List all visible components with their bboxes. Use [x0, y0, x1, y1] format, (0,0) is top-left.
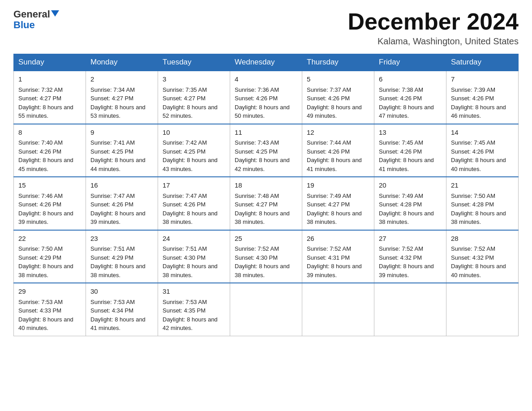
- day-info: Sunrise: 7:53 AMSunset: 4:35 PMDaylight:…: [163, 299, 218, 332]
- day-of-week-header: Monday: [86, 54, 158, 71]
- day-number: 10: [163, 128, 225, 138]
- calendar-week-row: 15 Sunrise: 7:46 AMSunset: 4:26 PMDaylig…: [14, 177, 519, 230]
- day-of-week-header: Friday: [374, 54, 446, 71]
- calendar-header-row: SundayMondayTuesdayWednesdayThursdayFrid…: [14, 54, 519, 71]
- day-number: 19: [307, 180, 369, 191]
- day-info: Sunrise: 7:50 AMSunset: 4:29 PMDaylight:…: [18, 245, 73, 278]
- calendar-cell: 5 Sunrise: 7:37 AMSunset: 4:26 PMDayligh…: [302, 71, 374, 124]
- day-info: Sunrise: 7:51 AMSunset: 4:29 PMDaylight:…: [90, 245, 146, 278]
- logo: General Blue: [13, 9, 59, 30]
- day-number: 16: [90, 180, 153, 191]
- day-info: Sunrise: 7:52 AMSunset: 4:32 PMDaylight:…: [379, 245, 434, 278]
- day-info: Sunrise: 7:36 AMSunset: 4:26 PMDaylight:…: [235, 86, 290, 120]
- day-info: Sunrise: 7:49 AMSunset: 4:28 PMDaylight:…: [379, 193, 434, 226]
- day-number: 1: [18, 74, 81, 85]
- day-of-week-header: Wednesday: [230, 54, 302, 71]
- day-info: Sunrise: 7:50 AMSunset: 4:28 PMDaylight:…: [451, 193, 506, 226]
- day-number: 23: [90, 234, 153, 244]
- calendar-cell: 26 Sunrise: 7:52 AMSunset: 4:31 PMDaylig…: [302, 230, 374, 283]
- calendar-cell: 27 Sunrise: 7:52 AMSunset: 4:32 PMDaylig…: [374, 230, 446, 283]
- day-info: Sunrise: 7:46 AMSunset: 4:26 PMDaylight:…: [18, 193, 73, 226]
- calendar-cell: 22 Sunrise: 7:50 AMSunset: 4:29 PMDaylig…: [14, 230, 86, 283]
- day-number: 11: [235, 128, 297, 138]
- calendar-cell: 28 Sunrise: 7:52 AMSunset: 4:32 PMDaylig…: [446, 230, 519, 283]
- day-info: Sunrise: 7:52 AMSunset: 4:31 PMDaylight:…: [307, 245, 362, 278]
- day-info: Sunrise: 7:45 AMSunset: 4:26 PMDaylight:…: [379, 139, 434, 172]
- calendar-cell: 4 Sunrise: 7:36 AMSunset: 4:26 PMDayligh…: [230, 71, 302, 124]
- calendar-cell: 10 Sunrise: 7:42 AMSunset: 4:25 PMDaylig…: [158, 124, 230, 177]
- day-of-week-header: Thursday: [302, 54, 374, 71]
- day-info: Sunrise: 7:52 AMSunset: 4:30 PMDaylight:…: [235, 245, 290, 278]
- day-info: Sunrise: 7:37 AMSunset: 4:26 PMDaylight:…: [307, 86, 362, 120]
- header: General Blue December 2024 Kalama, Washi…: [13, 9, 519, 47]
- day-info: Sunrise: 7:34 AMSunset: 4:27 PMDaylight:…: [90, 86, 146, 120]
- day-number: 7: [451, 74, 514, 85]
- day-info: Sunrise: 7:32 AMSunset: 4:27 PMDaylight:…: [18, 86, 73, 120]
- day-info: Sunrise: 7:47 AMSunset: 4:26 PMDaylight:…: [163, 193, 218, 226]
- calendar-cell: 6 Sunrise: 7:38 AMSunset: 4:26 PMDayligh…: [374, 71, 446, 124]
- month-title: December 2024: [348, 9, 519, 34]
- calendar-week-row: 1 Sunrise: 7:32 AMSunset: 4:27 PMDayligh…: [14, 71, 519, 124]
- calendar-cell: 13 Sunrise: 7:45 AMSunset: 4:26 PMDaylig…: [374, 124, 446, 177]
- day-of-week-header: Saturday: [446, 54, 519, 71]
- day-number: 5: [307, 74, 369, 85]
- day-number: 22: [18, 234, 81, 244]
- calendar-cell: 3 Sunrise: 7:35 AMSunset: 4:27 PMDayligh…: [158, 71, 230, 124]
- day-number: 27: [379, 234, 442, 244]
- calendar-cell: 14 Sunrise: 7:45 AMSunset: 4:26 PMDaylig…: [446, 124, 519, 177]
- calendar-cell: 24 Sunrise: 7:51 AMSunset: 4:30 PMDaylig…: [158, 230, 230, 283]
- calendar-cell: 17 Sunrise: 7:47 AMSunset: 4:26 PMDaylig…: [158, 177, 230, 230]
- day-number: 26: [307, 234, 369, 244]
- day-info: Sunrise: 7:40 AMSunset: 4:26 PMDaylight:…: [18, 139, 73, 172]
- calendar-cell: 31 Sunrise: 7:53 AMSunset: 4:35 PMDaylig…: [158, 283, 230, 336]
- day-number: 4: [235, 74, 297, 85]
- day-of-week-header: Tuesday: [158, 54, 230, 71]
- day-number: 12: [307, 128, 369, 138]
- logo-general-text: General: [13, 9, 50, 20]
- calendar-week-row: 8 Sunrise: 7:40 AMSunset: 4:26 PMDayligh…: [14, 124, 519, 177]
- day-number: 13: [379, 128, 442, 138]
- calendar-cell: 16 Sunrise: 7:47 AMSunset: 4:26 PMDaylig…: [86, 177, 158, 230]
- calendar-cell: 29 Sunrise: 7:53 AMSunset: 4:33 PMDaylig…: [14, 283, 86, 336]
- day-number: 14: [451, 128, 514, 138]
- calendar-table: SundayMondayTuesdayWednesdayThursdayFrid…: [13, 54, 519, 336]
- day-info: Sunrise: 7:38 AMSunset: 4:26 PMDaylight:…: [379, 86, 434, 120]
- calendar-cell: 25 Sunrise: 7:52 AMSunset: 4:30 PMDaylig…: [230, 230, 302, 283]
- calendar-cell: 9 Sunrise: 7:41 AMSunset: 4:25 PMDayligh…: [86, 124, 158, 177]
- calendar-cell: [302, 283, 374, 336]
- day-info: Sunrise: 7:42 AMSunset: 4:25 PMDaylight:…: [163, 139, 218, 172]
- calendar-cell: 11 Sunrise: 7:43 AMSunset: 4:25 PMDaylig…: [230, 124, 302, 177]
- calendar-cell: 1 Sunrise: 7:32 AMSunset: 4:27 PMDayligh…: [14, 71, 86, 124]
- day-number: 30: [90, 287, 153, 297]
- day-info: Sunrise: 7:44 AMSunset: 4:26 PMDaylight:…: [307, 139, 362, 172]
- calendar-cell: 23 Sunrise: 7:51 AMSunset: 4:29 PMDaylig…: [86, 230, 158, 283]
- day-number: 31: [163, 287, 225, 297]
- location-title: Kalama, Washington, United States: [348, 36, 519, 47]
- day-number: 18: [235, 180, 297, 191]
- day-number: 6: [379, 74, 442, 85]
- day-number: 21: [451, 180, 514, 191]
- day-number: 8: [18, 128, 81, 138]
- calendar-cell: 20 Sunrise: 7:49 AMSunset: 4:28 PMDaylig…: [374, 177, 446, 230]
- day-info: Sunrise: 7:35 AMSunset: 4:27 PMDaylight:…: [163, 86, 218, 120]
- calendar-cell: 15 Sunrise: 7:46 AMSunset: 4:26 PMDaylig…: [14, 177, 86, 230]
- day-number: 24: [163, 234, 225, 244]
- calendar-cell: 8 Sunrise: 7:40 AMSunset: 4:26 PMDayligh…: [14, 124, 86, 177]
- day-info: Sunrise: 7:41 AMSunset: 4:25 PMDaylight:…: [90, 139, 146, 172]
- calendar-cell: [230, 283, 302, 336]
- calendar-week-row: 22 Sunrise: 7:50 AMSunset: 4:29 PMDaylig…: [14, 230, 519, 283]
- calendar-cell: 19 Sunrise: 7:49 AMSunset: 4:27 PMDaylig…: [302, 177, 374, 230]
- logo-blue-text: Blue: [13, 20, 35, 30]
- day-info: Sunrise: 7:53 AMSunset: 4:34 PMDaylight:…: [90, 299, 146, 332]
- day-number: 3: [163, 74, 225, 85]
- day-info: Sunrise: 7:49 AMSunset: 4:27 PMDaylight:…: [307, 193, 362, 226]
- day-info: Sunrise: 7:45 AMSunset: 4:26 PMDaylight:…: [451, 139, 506, 172]
- day-info: Sunrise: 7:39 AMSunset: 4:26 PMDaylight:…: [451, 86, 506, 120]
- day-info: Sunrise: 7:53 AMSunset: 4:33 PMDaylight:…: [18, 299, 73, 332]
- calendar-cell: 21 Sunrise: 7:50 AMSunset: 4:28 PMDaylig…: [446, 177, 519, 230]
- day-number: 25: [235, 234, 297, 244]
- calendar-cell: 30 Sunrise: 7:53 AMSunset: 4:34 PMDaylig…: [86, 283, 158, 336]
- day-number: 20: [379, 180, 442, 191]
- logo-triangle-icon: [51, 10, 59, 17]
- calendar-cell: [446, 283, 519, 336]
